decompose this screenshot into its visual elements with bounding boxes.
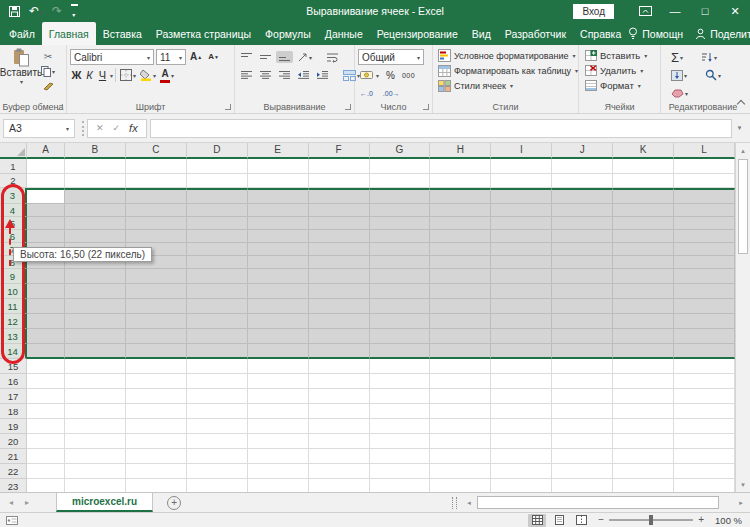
grid-cell[interactable] (248, 434, 309, 449)
grid-cell[interactable] (491, 464, 552, 479)
ribbon-tab[interactable]: Файл (2, 22, 42, 45)
grid-cell[interactable] (248, 359, 309, 374)
decrease-indent-button[interactable] (295, 69, 312, 81)
grid-cell[interactable] (674, 464, 735, 479)
grid-cell[interactable] (126, 188, 187, 204)
grid-cell[interactable] (309, 299, 370, 314)
grid-cell[interactable] (126, 449, 187, 464)
grid-cell[interactable] (552, 359, 613, 374)
grid-cell[interactable] (430, 174, 491, 188)
grid-cell[interactable] (27, 449, 65, 464)
grid-cell[interactable] (187, 344, 248, 359)
zoom-in-icon[interactable]: + (698, 515, 704, 525)
increase-indent-button[interactable] (314, 69, 331, 81)
customize-qat-button[interactable]: ▾ (71, 4, 78, 19)
grid-cell[interactable] (552, 174, 613, 188)
enter-icon[interactable]: ✓ (113, 123, 121, 133)
maximize-button[interactable]: □ (690, 0, 720, 22)
grid-cell[interactable] (430, 188, 491, 204)
grid-cell[interactable] (187, 159, 248, 174)
grid-cell[interactable] (552, 449, 613, 464)
page-layout-view-button[interactable] (550, 514, 568, 527)
grid-cell[interactable] (674, 404, 735, 419)
grid-cell[interactable] (430, 329, 491, 344)
grid-cell[interactable] (370, 374, 431, 389)
grid-cell[interactable] (65, 389, 126, 404)
page-break-view-button[interactable] (572, 514, 590, 527)
grid-cell[interactable] (187, 359, 248, 374)
grid-cell[interactable] (65, 299, 126, 314)
grid-cell[interactable] (552, 329, 613, 344)
column-header[interactable]: I (491, 143, 552, 159)
grid-cell[interactable] (674, 159, 735, 174)
grid-cell[interactable] (27, 404, 65, 419)
grid-cell[interactable] (248, 344, 309, 359)
redo-icon[interactable]: ↷ (52, 5, 62, 17)
grid-cell[interactable] (491, 299, 552, 314)
grid-cell[interactable] (674, 344, 735, 359)
grid-cell[interactable] (370, 329, 431, 344)
grid-cell[interactable] (65, 159, 126, 174)
grid-cell[interactable] (187, 188, 248, 204)
grid-cell[interactable] (613, 434, 674, 449)
dialog-launcher-icon[interactable] (423, 104, 429, 110)
column-header[interactable]: D (187, 143, 248, 159)
grid-cell[interactable] (370, 204, 431, 217)
grid-cell[interactable] (126, 389, 187, 404)
grid-cell[interactable] (552, 464, 613, 479)
grid-cell[interactable] (27, 230, 65, 243)
grid-cell[interactable] (126, 174, 187, 188)
grid-cell[interactable] (187, 284, 248, 299)
find-select-button[interactable]: ▾ (703, 68, 723, 82)
grid-cell[interactable] (491, 359, 552, 374)
row-header[interactable]: 18 (0, 404, 27, 419)
grid-cell[interactable] (674, 359, 735, 374)
grid-cell[interactable] (430, 464, 491, 479)
grid-cell[interactable] (430, 299, 491, 314)
grid-cell[interactable] (430, 344, 491, 359)
row-header[interactable]: 9 (0, 269, 27, 284)
grid-cell[interactable] (430, 284, 491, 299)
grid-cell[interactable] (430, 204, 491, 217)
grid-cell[interactable] (126, 217, 187, 230)
grid-cell[interactable] (370, 314, 431, 329)
grid-cell[interactable] (674, 256, 735, 269)
grid-cell[interactable] (613, 329, 674, 344)
ribbon-tab[interactable]: Данные (318, 22, 370, 45)
grid-cell[interactable] (370, 479, 431, 492)
grid-cell[interactable] (491, 329, 552, 344)
fill-color-button[interactable]: ▾ (138, 68, 158, 82)
orientation-button[interactable]: ▾ (295, 51, 314, 63)
grid-cell[interactable] (27, 464, 65, 479)
row-header[interactable]: 2 (0, 174, 27, 188)
accounting-format-button[interactable]: ▾ (358, 70, 381, 81)
horizontal-scrollbar[interactable]: ◂ ▸ (452, 493, 750, 512)
grid-cell[interactable] (126, 204, 187, 217)
grid-cell[interactable] (674, 188, 735, 204)
cell-styles-button[interactable]: Стили ячеек ▾ (436, 78, 575, 93)
grid-cell[interactable] (552, 374, 613, 389)
grid-cell[interactable] (187, 419, 248, 434)
underline-button[interactable]: Ч (96, 68, 109, 82)
grid-cell[interactable] (613, 243, 674, 256)
grid-cell[interactable] (491, 344, 552, 359)
horizontal-scroll-track[interactable] (476, 496, 734, 510)
grid-cell[interactable] (126, 434, 187, 449)
grid-cell[interactable] (430, 230, 491, 243)
grid-cell[interactable] (27, 359, 65, 374)
grid-cell[interactable] (248, 329, 309, 344)
grid-cell[interactable] (613, 217, 674, 230)
column-header[interactable]: E (248, 143, 309, 159)
grid-cell[interactable] (65, 174, 126, 188)
align-top-button[interactable] (238, 51, 255, 63)
grid-cell[interactable] (309, 359, 370, 374)
grid-cell[interactable] (65, 314, 126, 329)
grid-cell[interactable] (187, 217, 248, 230)
grid-cell[interactable] (552, 188, 613, 204)
grid-cell[interactable] (370, 344, 431, 359)
new-sheet-button[interactable]: + (167, 496, 181, 510)
grid-cell[interactable] (552, 404, 613, 419)
grid-cell[interactable] (248, 464, 309, 479)
grid-cell[interactable] (370, 284, 431, 299)
dialog-launcher-icon[interactable] (345, 104, 351, 110)
